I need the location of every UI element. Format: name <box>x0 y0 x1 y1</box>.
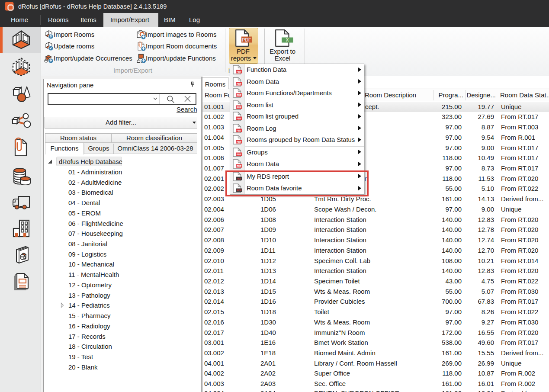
svg-text:PDF: PDF <box>237 83 242 85</box>
svg-text:PDF: PDF <box>237 71 242 73</box>
svg-text:PDF: PDF <box>237 153 242 156</box>
svg-text:PDF: PDF <box>237 141 242 143</box>
svg-text:PDF: PDF <box>237 106 242 109</box>
svg-text:X: X <box>286 38 289 42</box>
svg-text:PDF: PDF <box>242 37 251 42</box>
svg-text:PDF: PDF <box>237 94 242 96</box>
svg-text:PDF: PDF <box>237 165 242 167</box>
svg-text:PDF: PDF <box>237 129 242 132</box>
svg-text:PDF: PDF <box>237 117 242 120</box>
